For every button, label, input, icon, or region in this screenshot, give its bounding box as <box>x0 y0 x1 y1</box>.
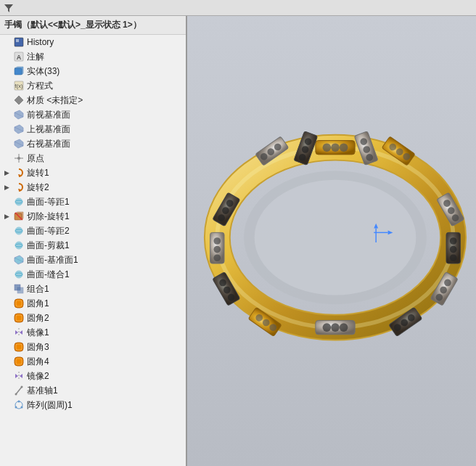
item-icon-fillet2 <box>13 312 25 324</box>
tree-item-origin[interactable]: 原点 <box>0 151 186 165</box>
item-icon-surface-sew1 <box>13 269 25 280</box>
item-icon-right-plane <box>13 138 25 150</box>
tree-item-fillet2[interactable]: 圆角2 <box>0 311 186 325</box>
segment-top <box>316 141 355 155</box>
viewport-background <box>187 16 476 466</box>
tree-item-surface-eq2[interactable]: 曲面-等距2 <box>0 224 186 238</box>
tree-item-fillet4[interactable]: 圆角4 <box>0 354 186 369</box>
svg-point-54 <box>18 401 20 403</box>
item-icon-history <box>13 36 25 48</box>
item-icon-revolve2 <box>13 181 25 193</box>
svg-line-50 <box>16 387 22 394</box>
tree-item-surface-trim1[interactable]: 曲面-剪裁1 <box>0 238 186 253</box>
svg-marker-48 <box>15 374 18 378</box>
tree-item-right-plane[interactable]: 右视基准面 <box>0 136 186 151</box>
item-icon-front-plane <box>13 109 25 120</box>
feature-tree-panel: 手镯（默认<<默认>_显示状态 1>） HistoryA注解实体(33)f(x)… <box>0 16 187 466</box>
item-label-material: 材质 <未指定> <box>27 94 83 107</box>
item-label-surface-base1: 曲面-基准面1 <box>27 254 78 266</box>
svg-rect-35 <box>17 287 23 293</box>
svg-point-56 <box>15 406 17 409</box>
item-icon-fillet3 <box>13 341 25 353</box>
item-label-revolve1: 旋转1 <box>27 167 49 179</box>
tree-item-equation[interactable]: f(x)方程式 <box>0 78 186 93</box>
tree-item-revolve1[interactable]: ▶旋转1 <box>0 165 186 180</box>
tree-item-fillet3[interactable]: 圆角3 <box>0 340 186 354</box>
segment-right-mid <box>446 232 460 263</box>
item-label-right-plane: 右视基准面 <box>27 138 70 150</box>
tree-header-label: 手镯（默认<<默认>_显示状态 1>） <box>4 20 141 30</box>
tree-item-top-plane[interactable]: 上视基准面 <box>0 122 186 136</box>
tree-item-mirror2[interactable]: 镜像2 <box>0 369 186 383</box>
item-icon-equation: f(x) <box>13 80 25 91</box>
segment-left-mid <box>210 232 224 263</box>
svg-marker-49 <box>20 374 22 378</box>
item-icon-mirror2 <box>13 370 25 382</box>
svg-point-70 <box>450 254 457 261</box>
item-label-solid: 实体(33) <box>27 65 60 78</box>
item-icon-material <box>13 94 25 106</box>
tree-item-revolve2[interactable]: ▶旋转2 <box>0 180 186 195</box>
tree-item-pattern1[interactable]: 阵列(圆周)1 <box>0 398 186 412</box>
tree-item-fillet1[interactable]: 圆角1 <box>0 296 186 311</box>
item-label-fillet1: 圆角1 <box>27 298 49 310</box>
svg-point-32 <box>15 271 22 278</box>
svg-text:f(x): f(x) <box>15 83 23 89</box>
item-label-base-axis: 基准轴1 <box>27 385 58 397</box>
svg-marker-9 <box>15 96 23 105</box>
tree-item-cut-revolve[interactable]: ▶切除-旋转1 <box>0 209 186 224</box>
tree-item-mirror1[interactable]: 镜像1 <box>0 325 186 340</box>
tree-item-base-axis[interactable]: 基准轴1 <box>0 383 186 398</box>
svg-point-18 <box>17 157 20 160</box>
tree-item-surface-eq1[interactable]: 曲面-等距1 <box>0 195 186 209</box>
toolbar <box>0 0 476 16</box>
filter-icon[interactable] <box>3 2 15 14</box>
viewport-panel[interactable] <box>187 16 476 466</box>
svg-point-80 <box>323 323 332 332</box>
svg-point-81 <box>331 323 340 332</box>
item-icon-solid <box>13 65 25 77</box>
tree-item-material[interactable]: 材质 <未指定> <box>0 93 186 107</box>
expand-arrow-revolve1[interactable]: ▶ <box>4 169 13 176</box>
bracelet-container <box>202 23 469 459</box>
item-icon-surface-base1 <box>13 254 25 266</box>
item-label-fillet3: 圆角3 <box>27 341 49 353</box>
tree-item-front-plane[interactable]: 前视基准面 <box>0 107 186 122</box>
item-icon-revolve1 <box>13 167 25 179</box>
item-icon-top-plane <box>13 123 25 135</box>
svg-marker-0 <box>4 4 13 12</box>
svg-marker-42 <box>20 330 22 335</box>
expand-arrow-cut-revolve[interactable]: ▶ <box>4 213 13 220</box>
item-icon-surface-trim1 <box>13 240 25 251</box>
segment-bottom <box>316 320 355 334</box>
tree-items-container: HistoryA注解实体(33)f(x)方程式材质 <未指定>前视基准面上视基准… <box>0 35 186 412</box>
tree-item-surface-base1[interactable]: 曲面-基准面1 <box>0 253 186 267</box>
svg-point-51 <box>15 393 17 396</box>
tree-item-surface-sew1[interactable]: 曲面-缝合1 <box>0 267 186 282</box>
svg-point-94 <box>213 254 221 261</box>
item-label-surface-trim1: 曲面-剪裁1 <box>27 240 70 252</box>
item-icon-surface-eq1 <box>13 196 25 208</box>
svg-point-55 <box>21 406 23 409</box>
item-label-mirror2: 镜像2 <box>27 370 49 383</box>
tree-item-solid[interactable]: 实体(33) <box>0 64 186 78</box>
item-label-surface-sew1: 曲面-缝合1 <box>27 269 70 281</box>
svg-text:A: A <box>17 54 22 61</box>
svg-marker-41 <box>15 330 18 335</box>
item-label-surface-eq2: 曲面-等距2 <box>27 225 70 237</box>
svg-rect-2 <box>16 39 19 42</box>
item-icon-note: A <box>13 51 25 62</box>
item-icon-surface-eq2 <box>13 225 25 237</box>
tree-item-combine1[interactable]: 组合1 <box>0 282 186 296</box>
tree-item-note[interactable]: A注解 <box>0 49 186 64</box>
main-container: 手镯（默认<<默认>_显示状态 1>） HistoryA注解实体(33)f(x)… <box>0 0 476 466</box>
svg-point-82 <box>340 323 348 332</box>
item-icon-mirror1 <box>13 327 25 338</box>
item-label-combine1: 组合1 <box>27 283 49 295</box>
item-label-cut-revolve: 切除-旋转1 <box>27 210 70 223</box>
item-label-history: History <box>27 37 54 47</box>
item-icon-pattern1 <box>13 399 25 411</box>
tree-item-history[interactable]: History <box>0 35 186 49</box>
expand-arrow-revolve2[interactable]: ▶ <box>4 184 13 191</box>
item-label-mirror1: 镜像1 <box>27 327 49 339</box>
